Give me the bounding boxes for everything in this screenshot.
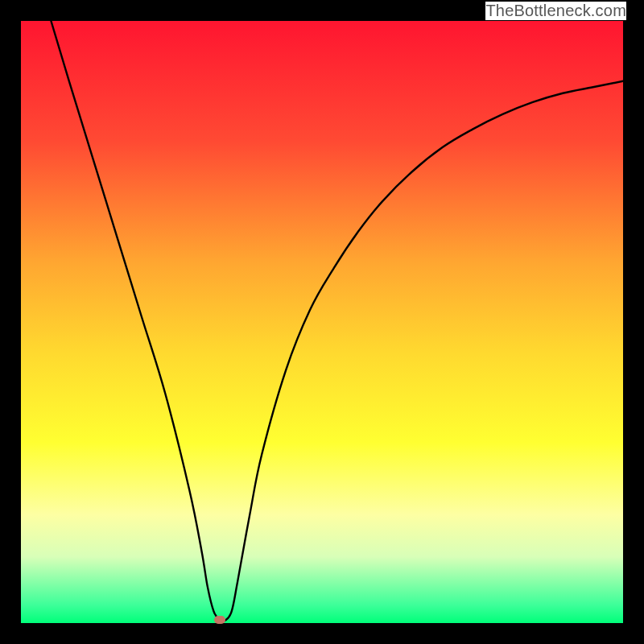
attribution-label: TheBottleneck.com bbox=[485, 2, 626, 20]
gradient-background bbox=[21, 21, 623, 623]
optimal-point-marker bbox=[214, 616, 225, 624]
bottleneck-chart bbox=[21, 21, 623, 623]
